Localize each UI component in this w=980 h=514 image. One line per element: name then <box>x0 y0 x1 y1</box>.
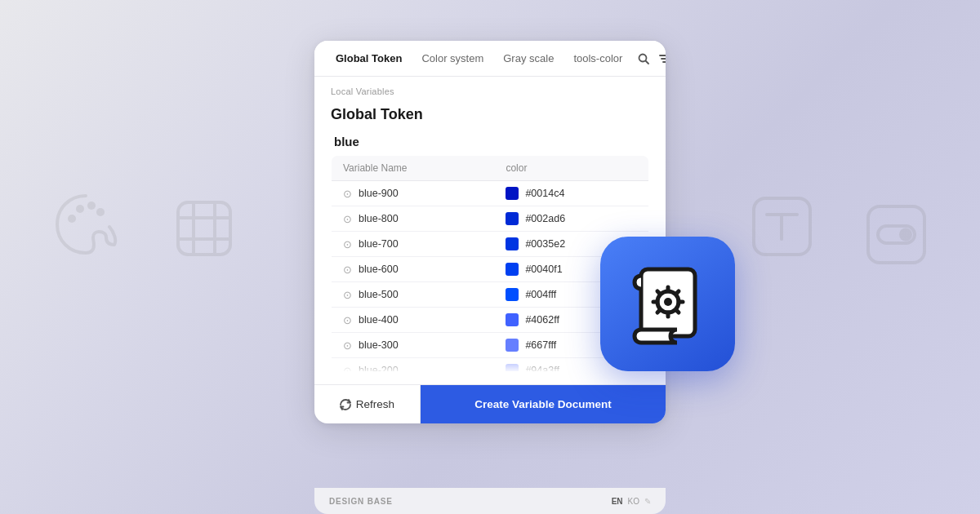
local-vars-label: Local Variables <box>314 77 666 100</box>
var-name: blue-700 <box>359 238 399 250</box>
create-label: Create Variable Document <box>474 398 611 410</box>
var-name-cell: ⊙ blue-400 <box>332 308 495 333</box>
lang-switcher: EN KO ✎ <box>612 497 651 506</box>
bottom-bar: DESIGN BASE EN KO ✎ <box>314 488 666 514</box>
filter-icon[interactable] <box>658 52 666 65</box>
refresh-label: Refresh <box>356 398 394 410</box>
var-icon: ⊙ <box>343 289 352 301</box>
text-bg-icon <box>747 192 817 261</box>
svg-point-2 <box>87 202 96 210</box>
tab-gray-scale[interactable]: Gray scale <box>495 47 562 69</box>
var-icon: ⊙ <box>343 339 352 352</box>
color-swatch <box>506 364 519 371</box>
var-name: blue-900 <box>359 188 399 199</box>
lang-ko[interactable]: KO <box>628 497 639 506</box>
svg-line-16 <box>646 60 649 64</box>
color-value: #0040f1 <box>525 264 562 275</box>
var-icon: ⊙ <box>343 264 352 276</box>
color-swatch <box>506 339 519 352</box>
svg-point-23 <box>664 298 672 306</box>
palette-bg-icon <box>49 188 122 261</box>
svg-rect-12 <box>868 206 924 263</box>
svg-point-3 <box>96 208 105 216</box>
var-name-cell: ⊙ blue-600 <box>332 257 495 282</box>
toggle-bg-icon <box>862 200 931 269</box>
var-icon: ⊙ <box>343 365 352 372</box>
color-value: #4062ff <box>525 314 559 326</box>
color-value: #0014c4 <box>525 188 564 199</box>
table-row[interactable]: ⊙ blue-200 #94a3ff <box>332 358 649 372</box>
panel-footer: Refresh Create Variable Document <box>314 384 666 423</box>
svg-line-31 <box>657 309 661 312</box>
tab-tools-color[interactable]: tools-color <box>565 47 630 69</box>
svg-rect-4 <box>178 202 230 255</box>
color-value: #0035e2 <box>525 238 565 250</box>
var-name-cell: ⊙ blue-200 <box>332 358 495 372</box>
refresh-button[interactable]: Refresh <box>314 385 421 423</box>
table-row[interactable]: ⊙ blue-800 #002ad6 <box>332 206 649 232</box>
tab-bar: Global Token Color system Gray scale too… <box>314 41 666 77</box>
var-name-cell: ⊙ blue-300 <box>332 333 495 358</box>
svg-line-28 <box>657 291 661 295</box>
table-row[interactable]: ⊙ blue-900 #0014c4 <box>332 181 649 206</box>
color-swatch <box>506 187 519 200</box>
var-name: blue-800 <box>359 213 399 224</box>
var-name: blue-500 <box>359 289 399 300</box>
var-name-cell: ⊙ blue-500 <box>332 282 495 308</box>
var-icon: ⊙ <box>343 188 352 200</box>
var-name: blue-600 <box>359 264 399 275</box>
svg-line-30 <box>675 291 679 295</box>
color-value: #004fff <box>525 289 556 300</box>
hash-bg-icon <box>172 196 237 261</box>
tab-global-token[interactable]: Global Token <box>327 47 410 69</box>
col-header-name: Variable Name <box>332 156 495 181</box>
group-label: blue <box>331 135 649 148</box>
svg-point-14 <box>899 228 912 241</box>
color-value: #002ad6 <box>525 213 565 224</box>
token-title: Global Token <box>331 106 649 123</box>
svg-point-0 <box>68 215 76 223</box>
color-value: #667fff <box>525 339 556 351</box>
var-icon: ⊙ <box>343 314 352 326</box>
color-swatch <box>506 212 519 225</box>
col-header-color: color <box>494 156 648 181</box>
color-swatch <box>506 237 519 250</box>
var-name-cell: ⊙ blue-700 <box>332 232 495 257</box>
app-icon <box>600 237 735 371</box>
lang-en[interactable]: EN <box>612 497 623 506</box>
design-base-label: DESIGN BASE <box>329 497 393 506</box>
tab-color-system[interactable]: Color system <box>413 47 492 69</box>
var-name: blue-200 <box>359 365 399 371</box>
color-value: #94a3ff <box>525 365 559 371</box>
var-name-cell: ⊙ blue-800 <box>332 206 495 232</box>
svg-rect-13 <box>878 226 915 243</box>
var-name: blue-400 <box>359 314 399 326</box>
search-icon[interactable] <box>637 52 650 65</box>
lang-edit-icon: ✎ <box>644 497 651 506</box>
var-name: blue-300 <box>359 339 399 351</box>
table-row[interactable]: ⊙ blue-700 #0035e2 <box>332 232 649 257</box>
svg-rect-9 <box>754 198 810 255</box>
var-name-cell: ⊙ blue-900 <box>332 181 495 206</box>
color-swatch <box>506 263 519 276</box>
var-icon: ⊙ <box>343 213 352 225</box>
color-swatch <box>506 313 519 326</box>
var-icon: ⊙ <box>343 238 352 250</box>
svg-point-1 <box>76 205 84 213</box>
create-variable-button[interactable]: Create Variable Document <box>421 385 666 423</box>
color-cell: #002ad6 <box>494 206 648 232</box>
color-cell: #0014c4 <box>494 181 648 206</box>
svg-line-29 <box>675 309 679 312</box>
color-swatch <box>506 288 519 301</box>
